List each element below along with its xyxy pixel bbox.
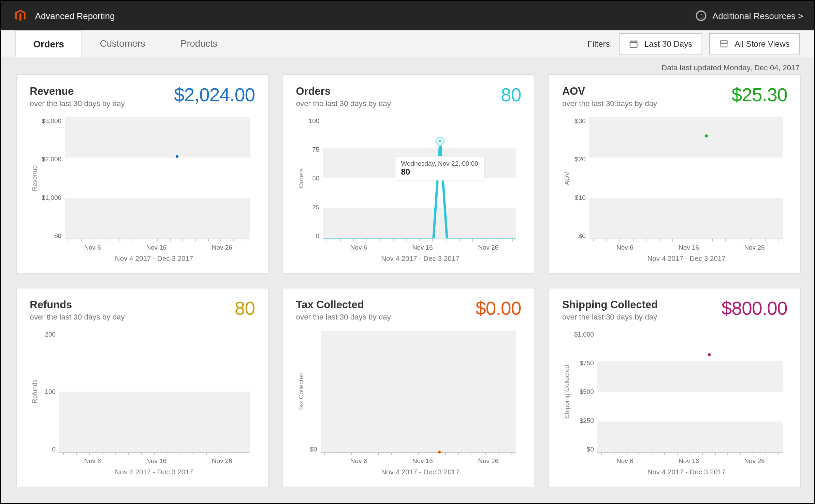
card-aov: AOV over the last 30 days by day $25.30 … [549, 74, 801, 274]
chart-revenue-caption: Nov 4 2017 - Dec 3 2017 [30, 251, 255, 266]
card-aov-value: $25.30 [732, 86, 787, 104]
card-shipping: Shipping Collected over the last 30 days… [549, 288, 801, 487]
chart-refunds-ylabel: Refunds [30, 331, 39, 453]
filter-date-range[interactable]: Last 30 Days [619, 33, 702, 55]
chart-refunds-plot[interactable] [59, 331, 250, 453]
chart-tax-plot[interactable] [321, 331, 516, 453]
chart-orders-tooltip: Wednesday, Nov 22, 00:00 80 [394, 156, 484, 181]
card-tax-value: $0.00 [476, 299, 521, 318]
card-orders-title: Orders [296, 86, 391, 98]
chart-refunds-caption: Nov 4 2017 - Dec 3 2017 [30, 464, 255, 480]
chart-orders-tooltip-date: Wednesday, Nov 22, 00:00 [401, 160, 478, 167]
sub-bar: Orders Customers Products Filters: Last … [1, 30, 815, 57]
additional-resources-link[interactable]: ◌ Additional Resources > [696, 11, 803, 21]
chart-orders-yaxis: 100 75 50 25 0 [305, 117, 323, 239]
chart-shipping-yaxis: $1,000 $750 $500 $250 $0 [571, 331, 597, 453]
card-revenue-sub: over the last 30 days by day [30, 99, 125, 108]
filters-area: Filters: Last 30 Days All Store Views [587, 30, 800, 57]
chart-refunds-yaxis: 200 100 0 [39, 331, 59, 453]
chart-tax-caption: Nov 4 2017 - Dec 3 2017 [296, 464, 521, 480]
app-title: Advanced Reporting [35, 11, 115, 20]
chart-orders-ylabel: Orders [296, 117, 306, 239]
card-refunds: Refunds over the last 30 days by day 80 … [16, 288, 268, 487]
chart-aov-plot[interactable] [589, 117, 783, 239]
card-revenue-title: Revenue [30, 86, 125, 98]
filter-date-range-label: Last 30 Days [644, 39, 693, 49]
store-icon [719, 39, 729, 49]
chart-revenue-point [176, 155, 179, 158]
card-tax-sub: over the last 30 days by day [296, 312, 391, 321]
last-updated: Data last updated Monday, Dec 04, 2017 [1, 57, 815, 74]
chart-revenue-yaxis: $3,000 $2,000 $1,000 $0 [39, 117, 65, 239]
chart-aov-caption: Nov 4 2017 - Dec 3 2017 [562, 251, 787, 266]
card-revenue-value: $2,024.00 [174, 86, 255, 104]
chart-revenue-ylabel: Revenue [30, 117, 39, 239]
card-refunds-value: 80 [235, 299, 255, 318]
chart-aov: AOV $30 $20 $10 $0 Nov 6 Nov 16 Nov 26 [562, 117, 787, 266]
chart-orders-plot[interactable]: Wednesday, Nov 22, 00:00 80 [323, 117, 516, 239]
chart-tax-yaxis: $0 [305, 331, 321, 453]
tab-products[interactable]: Products [163, 30, 235, 57]
filter-store-views-label: All Store Views [734, 39, 790, 49]
svg-rect-0 [630, 41, 637, 47]
card-orders: Orders over the last 30 days by day 80 O… [282, 74, 535, 274]
chart-shipping: Shipping Collected $1,000 $750 $500 $250… [562, 331, 787, 480]
chart-shipping-point [708, 354, 711, 357]
chart-orders-marker[interactable] [435, 137, 445, 146]
card-aov-sub: over the last 30 days by day [562, 99, 657, 108]
chart-aov-point [705, 135, 708, 138]
chart-aov-ylabel: AOV [562, 117, 572, 239]
calendar-icon [629, 39, 639, 49]
chart-shipping-ylabel: Shipping Collected [562, 331, 572, 453]
card-shipping-title: Shipping Collected [562, 299, 658, 311]
chart-orders-tooltip-value: 80 [401, 167, 478, 177]
chart-shipping-plot[interactable] [597, 331, 783, 453]
chart-shipping-caption: Nov 4 2017 - Dec 3 2017 [562, 464, 787, 480]
card-refunds-sub: over the last 30 days by day [30, 312, 125, 321]
brand: Advanced Reporting [14, 9, 115, 22]
additional-resources-label: Additional Resources > [712, 11, 803, 20]
chart-tax: Tax Collected $0 Nov 6 Nov 16 Nov 26 Nov… [296, 331, 521, 480]
resources-icon: ◌ [696, 11, 707, 21]
chart-tax-ylabel: Tax Collected [296, 331, 306, 453]
card-tax-title: Tax Collected [296, 299, 391, 311]
magento-icon [14, 9, 27, 22]
card-revenue: Revenue over the last 30 days by day $2,… [16, 74, 268, 274]
tabs: Orders Customers Products [1, 30, 235, 57]
tab-orders[interactable]: Orders [15, 30, 82, 57]
card-orders-sub: over the last 30 days by day [296, 99, 391, 108]
chart-orders: Orders 100 75 50 25 0 Wednesday, [296, 117, 521, 266]
chart-revenue-plot[interactable] [65, 117, 250, 239]
card-tax: Tax Collected over the last 30 days by d… [282, 288, 535, 487]
filter-store-views[interactable]: All Store Views [709, 33, 800, 55]
chart-aov-yaxis: $30 $20 $10 $0 [571, 117, 589, 239]
chart-revenue: Revenue $3,000 $2,000 $1,000 $0 Nov 6 No… [30, 117, 255, 266]
card-shipping-value: $800.00 [722, 299, 787, 318]
cards-grid: Revenue over the last 30 days by day $2,… [1, 74, 815, 503]
tab-customers[interactable]: Customers [82, 30, 163, 57]
chart-refunds: Refunds 200 100 0 Nov 6 Nov 16 Nov 26 No… [30, 331, 255, 480]
chart-orders-caption: Nov 4 2017 - Dec 3 2017 [296, 251, 521, 266]
card-aov-title: AOV [562, 86, 657, 98]
card-shipping-sub: over the last 30 days by day [562, 312, 658, 321]
card-orders-value: 80 [501, 86, 521, 104]
card-refunds-title: Refunds [30, 299, 125, 311]
filters-label: Filters: [587, 39, 612, 49]
top-bar: Advanced Reporting ◌ Additional Resource… [1, 1, 815, 30]
